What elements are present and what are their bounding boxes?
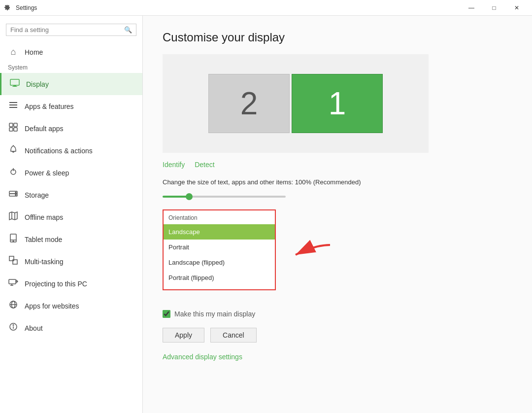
close-button[interactable]: ✕ — [505, 0, 528, 16]
slider-container — [163, 191, 286, 200]
sidebar-item-apps-features-label: Apps & features — [25, 103, 74, 110]
size-label: Change the size of text, apps and other … — [163, 178, 512, 186]
monitor-2-label: 2 — [240, 85, 258, 122]
apply-button[interactable]: Apply — [163, 328, 204, 343]
display-icon — [9, 78, 20, 90]
svg-point-15 — [15, 192, 16, 193]
notifications-icon — [8, 144, 19, 157]
sidebar: 🔍 ⌂ Home System Display — [0, 16, 143, 413]
advanced-display-settings-link[interactable]: Advanced display settings — [163, 353, 242, 361]
settings-app-icon — [4, 4, 12, 12]
search-input[interactable] — [10, 26, 124, 34]
svg-point-22 — [13, 241, 14, 242]
sidebar-item-home-label: Home — [25, 48, 43, 56]
sidebar-item-multitasking[interactable]: Multi-tasking — [0, 250, 142, 273]
svg-rect-9 — [14, 128, 17, 131]
apps-features-icon — [8, 100, 19, 112]
orientation-option-portrait-flipped[interactable]: Portrait (flipped) — [164, 270, 275, 285]
app-title: Settings — [16, 4, 37, 11]
sidebar-item-tablet-mode-label: Tablet mode — [25, 236, 62, 243]
sidebar-item-about-label: About — [25, 324, 43, 332]
svg-rect-5 — [9, 107, 17, 108]
sidebar-item-notifications[interactable]: Notifications & actions — [0, 139, 142, 162]
sidebar-item-projecting-label: Projecting to this PC — [25, 280, 87, 288]
sidebar-item-storage[interactable]: Storage — [0, 184, 142, 206]
power-icon — [8, 167, 19, 179]
minimize-button[interactable]: — — [460, 0, 483, 16]
search-icon: 🔍 — [124, 26, 132, 34]
sidebar-item-default-apps[interactable]: Default apps — [0, 117, 142, 139]
app-container: 🔍 ⌂ Home System Display — [0, 16, 532, 413]
sidebar-item-default-apps-label: Default apps — [25, 125, 64, 133]
sidebar-item-home[interactable]: ⌂ Home — [0, 42, 142, 62]
sidebar-item-projecting[interactable]: Projecting to this PC — [0, 273, 142, 295]
sidebar-item-about[interactable]: About — [0, 317, 142, 339]
sidebar-item-apps-websites[interactable]: Apps for websites — [0, 295, 142, 317]
sidebar-item-storage-label: Storage — [25, 191, 49, 199]
orientation-row: Orientation Landscape Portrait Landscape… — [163, 209, 512, 300]
sidebar-item-display[interactable]: Display — [0, 73, 142, 95]
orientation-dropdown: Orientation Landscape Portrait Landscape… — [163, 209, 276, 290]
default-apps-icon — [8, 122, 19, 135]
main-display-checkbox[interactable] — [163, 310, 170, 318]
main-content: Customise your display 2 1 Identify Dete… — [143, 16, 532, 413]
title-bar-controls: — □ ✕ — [460, 0, 528, 16]
svg-rect-8 — [9, 128, 13, 131]
storage-icon — [8, 189, 19, 201]
svg-rect-2 — [12, 86, 17, 87]
search-box[interactable]: 🔍 — [6, 24, 136, 36]
sidebar-item-multitasking-label: Multi-tasking — [25, 258, 64, 266]
svg-rect-1 — [13, 85, 16, 86]
monitor-1[interactable]: 1 — [292, 74, 383, 133]
title-bar-left: Settings — [4, 4, 37, 12]
home-icon: ⌂ — [8, 47, 19, 57]
apps-websites-icon — [8, 300, 19, 312]
cancel-button[interactable]: Cancel — [210, 328, 257, 343]
tablet-mode-icon — [8, 233, 19, 245]
projecting-icon — [8, 277, 19, 290]
arrow-indicator — [286, 240, 335, 270]
detect-link[interactable]: Detect — [195, 161, 214, 169]
sidebar-item-power-sleep[interactable]: Power & sleep — [0, 162, 142, 184]
sidebar-item-apps-websites-label: Apps for websites — [25, 302, 79, 310]
title-bar: Settings — □ ✕ — [0, 0, 532, 16]
monitor-container: 2 1 — [208, 74, 383, 133]
monitor-1-label: 1 — [329, 85, 346, 122]
svg-point-16 — [15, 195, 16, 196]
display-preview: 2 1 — [163, 54, 429, 153]
monitor-2[interactable]: 2 — [208, 74, 290, 133]
page-title: Customise your display — [163, 31, 512, 44]
svg-rect-7 — [14, 123, 17, 127]
about-icon — [8, 322, 19, 334]
offline-maps-icon — [8, 211, 19, 223]
sidebar-item-tablet-mode[interactable]: Tablet mode — [0, 228, 142, 250]
sidebar-item-power-label: Power & sleep — [25, 169, 69, 177]
sidebar-item-offline-maps[interactable]: Offline maps — [0, 206, 142, 228]
orientation-option-portrait[interactable]: Portrait — [164, 240, 275, 255]
identify-link[interactable]: Identify — [163, 161, 185, 169]
orientation-option-landscape-flipped[interactable]: Landscape (flipped) — [164, 255, 275, 270]
button-row: Apply Cancel — [163, 328, 512, 343]
checkbox-row: Make this my main display — [163, 310, 512, 318]
svg-marker-17 — [9, 212, 17, 220]
system-section-label: System — [0, 62, 142, 73]
svg-rect-0 — [10, 79, 19, 85]
svg-rect-6 — [9, 123, 13, 127]
display-links: Identify Detect — [163, 161, 512, 169]
sidebar-item-apps-features[interactable]: Apps & features — [0, 95, 142, 117]
sidebar-item-offline-maps-label: Offline maps — [25, 213, 63, 221]
maximize-button[interactable]: □ — [483, 0, 505, 16]
svg-rect-4 — [9, 104, 17, 105]
sidebar-item-display-label: Display — [26, 80, 49, 88]
orientation-label: Orientation — [164, 214, 275, 224]
orientation-option-landscape[interactable]: Landscape — [164, 224, 275, 240]
svg-point-34 — [13, 325, 14, 326]
scale-slider[interactable] — [163, 196, 286, 198]
svg-rect-25 — [9, 279, 16, 284]
checkbox-label: Make this my main display — [174, 310, 255, 318]
sidebar-item-notifications-label: Notifications & actions — [25, 147, 93, 155]
multitasking-icon — [8, 255, 19, 268]
svg-rect-3 — [9, 102, 17, 103]
